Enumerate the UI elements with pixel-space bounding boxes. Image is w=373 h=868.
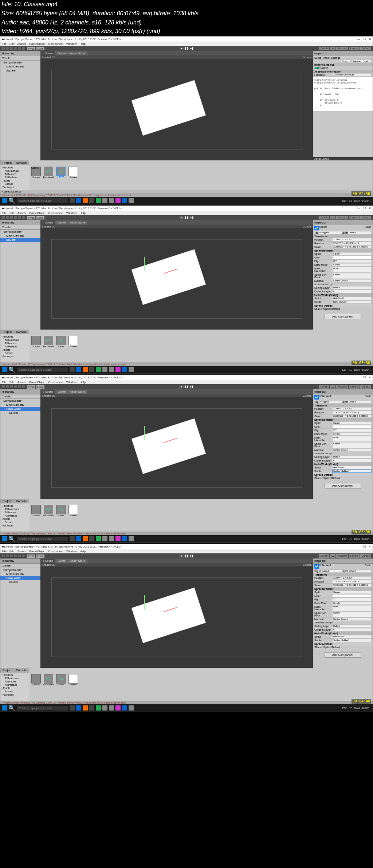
layout-dropdown[interactable]: Default: [360, 554, 371, 558]
mask-dropdown[interactable]: None: [333, 436, 371, 441]
menu-help[interactable]: Help: [79, 381, 85, 384]
menu-component[interactable]: Component: [48, 211, 63, 215]
collab-dropdown[interactable]: Collab: [319, 216, 329, 219]
script-component-header[interactable]: Hello World (Script): [313, 632, 373, 635]
y-axis-gizmo[interactable]: [144, 595, 145, 610]
close-icon[interactable]: ✕: [369, 376, 371, 379]
menu-gameobject[interactable]: GameObject: [29, 42, 46, 46]
rect-tool-icon[interactable]: [18, 554, 21, 558]
project-tab[interactable]: Project: [0, 160, 14, 165]
taskbar-app-3[interactable]: [89, 536, 94, 541]
hand-tool-icon[interactable]: [2, 385, 5, 389]
minimize-icon[interactable]: —: [357, 38, 360, 41]
menu-component[interactable]: Component: [48, 42, 63, 46]
gizmos-dropdown[interactable]: Gizmos: [303, 56, 311, 59]
taskbar-app-5[interactable]: [102, 705, 107, 711]
scene-tab[interactable]: # Scene: [40, 51, 55, 55]
menu-file[interactable]: File: [2, 42, 7, 46]
step-button[interactable]: ▶❚: [189, 47, 194, 50]
tree-favorites[interactable]: Favorites: [1, 166, 29, 169]
console-tab[interactable]: Console: [14, 499, 29, 503]
tree-packages[interactable]: Packages: [1, 355, 29, 358]
rect-tool-icon[interactable]: [18, 47, 21, 50]
soldier-field[interactable]: Soldier (Soldier): [333, 470, 371, 472]
menu-component[interactable]: Component: [48, 550, 63, 553]
maximize-icon[interactable]: ☐: [363, 376, 366, 379]
collab-dropdown[interactable]: Collab: [319, 554, 329, 558]
transform-tool-icon[interactable]: [22, 47, 25, 50]
taskbar-app-7[interactable]: [115, 536, 121, 541]
transform-header[interactable]: Transform: [313, 573, 373, 576]
move-tool-icon[interactable]: [6, 554, 9, 558]
collab-dropdown[interactable]: Collab: [319, 385, 329, 389]
drawmode-dropdown[interactable]: Simple: [333, 433, 371, 435]
game-tab[interactable]: Game: [55, 51, 68, 55]
local-toggle[interactable]: Local: [36, 385, 45, 389]
gameobject-name[interactable]: Hello World: [319, 564, 332, 569]
y-axis-gizmo[interactable]: [144, 426, 145, 440]
hierarchy-item-soldier[interactable]: Soldier: [0, 411, 40, 415]
close-icon[interactable]: ✕: [369, 545, 371, 548]
taskbar-app-2[interactable]: [83, 536, 88, 541]
tree-assets[interactable]: Assets: [1, 179, 29, 182]
collab-dropdown[interactable]: Collab: [319, 47, 329, 50]
asset-store-tab[interactable]: Asset Store: [68, 559, 87, 563]
exec-order-button[interactable]: Execution Order…: [352, 60, 371, 62]
y-axis-gizmo[interactable]: [144, 257, 145, 271]
tree-all-models[interactable]: All Models: [1, 680, 29, 683]
taskbar-app-7[interactable]: [115, 198, 121, 203]
static-label[interactable]: Static: [365, 564, 371, 569]
asset-store-tab[interactable]: Asset Store: [68, 221, 87, 225]
menu-help[interactable]: Help: [79, 211, 85, 215]
scale-fields[interactable]: X 2.896974 Y 1.461239 Z 2.449359: [333, 584, 371, 587]
static-label[interactable]: Static: [365, 395, 371, 400]
tree-scenes[interactable]: Scenes: [1, 351, 29, 355]
hand-tool-icon[interactable]: [2, 216, 5, 219]
sprite-field[interactable]: Square: [333, 422, 371, 424]
taskbar-app-3[interactable]: [89, 198, 94, 203]
scene-viewport[interactable]: [40, 397, 313, 499]
scene-viewport[interactable]: [40, 59, 313, 160]
hierarchy-create[interactable]: Create: [0, 56, 40, 61]
tray-lang[interactable]: ESP: [342, 707, 348, 709]
pivot-toggle[interactable]: Pivot: [27, 554, 35, 558]
layout-dropdown[interactable]: Default: [360, 216, 371, 219]
layout-dropdown[interactable]: Default: [360, 385, 371, 389]
inspector-tab[interactable]: Inspector: [313, 220, 373, 225]
sprites-default-material[interactable]: Sprites-Default: [313, 473, 373, 476]
open-button[interactable]: Open…: [341, 60, 350, 62]
tree-scenes[interactable]: Scenes: [1, 690, 29, 693]
asset-square[interactable]: Square: [68, 505, 78, 518]
menu-assets[interactable]: Assets: [17, 381, 26, 384]
hierarchy-scene[interactable]: SampleScene*: [0, 399, 40, 403]
close-icon[interactable]: ✕: [369, 38, 371, 41]
shaded-dropdown[interactable]: Shaded: [42, 394, 51, 397]
tree-all-prefabs[interactable]: All Prefabs: [1, 514, 29, 517]
rect-tool-icon[interactable]: [18, 216, 21, 219]
tree-all-materials[interactable]: All Materials: [1, 677, 29, 680]
layers-dropdown[interactable]: Layers: [349, 554, 360, 558]
order-field[interactable]: 0: [333, 459, 371, 462]
pause-button[interactable]: ❚❚: [184, 385, 189, 389]
pause-button[interactable]: ❚❚: [184, 554, 189, 558]
tree-all-prefabs[interactable]: All Prefabs: [1, 345, 29, 348]
add-component-button[interactable]: Add Component: [325, 652, 361, 658]
hand-tool-icon[interactable]: [2, 47, 5, 50]
minimize-icon[interactable]: —: [357, 207, 360, 210]
order-field[interactable]: 0: [333, 290, 371, 293]
position-fields[interactable]: X 2.69 Y -0.7 Z 2.2: [333, 408, 371, 410]
menu-window[interactable]: Window: [66, 381, 76, 384]
tree-all-materials[interactable]: All Materials: [1, 507, 29, 511]
taskbar-app-3[interactable]: [89, 367, 94, 372]
tag-dropdown[interactable]: Untagged: [318, 570, 342, 572]
order-field[interactable]: 0: [333, 628, 371, 631]
minimize-icon[interactable]: —: [357, 545, 360, 548]
cloud-icon[interactable]: ☁: [330, 554, 335, 558]
hierarchy-item-camera[interactable]: Main Camera: [0, 403, 40, 407]
maximize-icon[interactable]: ☐: [363, 38, 366, 41]
asset-helloworld[interactable]: C#HelloWorld: [43, 505, 54, 518]
game-tab[interactable]: Game: [55, 390, 68, 394]
scale-tool-icon[interactable]: [14, 385, 17, 389]
scene-tab[interactable]: # Scene: [40, 390, 55, 394]
task-view-icon[interactable]: [70, 198, 75, 203]
